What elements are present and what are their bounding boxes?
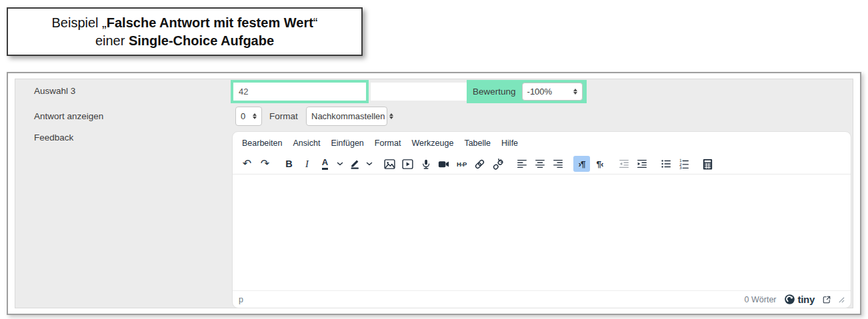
form-window: Auswahl 3 Bewertung -100% Antwort anzeig… <box>7 72 861 315</box>
answer-secondary-input[interactable] <box>371 83 467 101</box>
highlight-pen-icon <box>349 158 361 170</box>
math-group <box>699 156 716 172</box>
bullet-list-button[interactable] <box>657 156 674 172</box>
italic-button[interactable]: I <box>299 156 315 172</box>
indent-button[interactable] <box>633 156 650 172</box>
redo-button[interactable]: ↷ <box>257 156 273 172</box>
insert-link-button[interactable] <box>471 156 488 172</box>
list-group: 1 2 3 <box>657 156 692 172</box>
caption-line-1: Beispiel „Falsche Antwort mit festem Wer… <box>8 14 361 32</box>
editor-menubar: Bearbeiten Ansicht Einfügen Format Werkz… <box>233 132 851 154</box>
select-arrows-icon <box>253 113 257 119</box>
italic-icon: I <box>305 159 309 169</box>
bold-button[interactable]: B <box>281 156 297 172</box>
format-label: Format <box>269 111 298 121</box>
undo-icon: ↶ <box>243 159 251 169</box>
editor-toolbar: ↶ ↷ B I A <box>233 154 851 174</box>
answer-input[interactable] <box>233 83 366 101</box>
form-panel: Auswahl 3 Bewertung -100% Antwort anzeig… <box>15 79 853 308</box>
menu-werkzeuge[interactable]: Werkzeuge <box>406 136 459 151</box>
decimals-select-value: 0 <box>241 111 245 121</box>
word-count[interactable]: 0 Wörter <box>745 295 777 304</box>
decimals-select[interactable]: 0 <box>235 107 262 126</box>
text-color-icon: A <box>322 158 328 170</box>
numbered-list-button[interactable]: 1 2 3 <box>675 156 692 172</box>
chevron-down-icon <box>337 162 343 166</box>
ltr-icon: ›¶ <box>578 159 585 169</box>
insert-media-button[interactable] <box>399 156 416 172</box>
record-video-button[interactable] <box>435 156 452 172</box>
align-center-button[interactable] <box>531 156 548 172</box>
fullscreen-expand-icon[interactable] <box>822 295 831 304</box>
record-audio-button[interactable] <box>417 156 434 172</box>
alignment-group <box>513 156 566 172</box>
grade-highlight: Bewertung -100% <box>467 80 587 103</box>
menu-format[interactable]: Format <box>369 136 407 151</box>
calculator-button[interactable] <box>699 156 716 172</box>
calculator-icon <box>701 158 714 170</box>
media-play-icon <box>401 158 414 170</box>
text-color-button[interactable]: A <box>317 156 333 172</box>
feedback-rich-text-editor: Bearbeiten Ansicht Einfügen Format Werkz… <box>232 131 851 308</box>
font-style-group: B I A <box>281 156 374 172</box>
history-group: ↶ ↷ <box>239 156 273 172</box>
format-select-value: Nachkommastellen <box>311 111 385 121</box>
align-right-button[interactable] <box>549 156 566 172</box>
align-center-icon <box>534 158 546 170</box>
editor-content-area[interactable] <box>233 174 851 290</box>
display-row-label: Antwort anzeigen <box>34 111 103 121</box>
caption-line-2: einer Single-Choice Aufgabe <box>8 32 361 50</box>
background-color-button[interactable] <box>346 156 363 172</box>
microphone-icon <box>420 158 432 170</box>
align-left-button[interactable] <box>513 156 530 172</box>
grade-label: Bewertung <box>473 87 516 97</box>
answer-input-highlight <box>231 80 369 103</box>
menu-tabelle[interactable]: Tabelle <box>459 136 496 151</box>
select-arrows-icon <box>573 89 577 95</box>
video-camera-icon <box>437 158 450 170</box>
editor-statusbar: p 0 Wörter tiny <box>233 290 851 308</box>
statusbar-right: 0 Wörter tiny <box>745 294 845 305</box>
feedback-row-label: Feedback <box>34 133 73 143</box>
rtl-button[interactable]: ¶‹ <box>591 156 608 172</box>
caption-box: Beispiel „Falsche Antwort mit festem Wer… <box>7 7 363 56</box>
h5p-button[interactable]: H-P <box>453 156 470 172</box>
indent-icon <box>636 158 648 170</box>
direction-group: ›¶ ¶‹ <box>573 156 608 172</box>
tiny-branding-link[interactable]: tiny <box>784 294 815 305</box>
element-path[interactable]: p <box>239 295 243 304</box>
outdent-icon <box>618 158 630 170</box>
answer-row-label: Auswahl 3 <box>34 86 75 96</box>
h5p-icon: H-P <box>457 160 467 168</box>
numbered-list-icon: 1 2 3 <box>678 158 690 170</box>
background-color-menu-button[interactable] <box>364 156 374 172</box>
chevron-down-icon <box>366 162 373 166</box>
text-color-menu-button[interactable] <box>335 156 345 172</box>
remove-link-button[interactable] <box>489 156 506 172</box>
format-select[interactable]: Nachkommastellen <box>306 107 387 126</box>
menu-hilfe[interactable]: Hilfe <box>496 136 523 151</box>
ltr-button[interactable]: ›¶ <box>573 156 590 172</box>
rtl-icon: ¶‹ <box>596 159 603 169</box>
menu-einfuegen[interactable]: Einfügen <box>325 136 369 151</box>
unlink-icon <box>491 158 504 170</box>
undo-button[interactable]: ↶ <box>239 156 255 172</box>
redo-icon: ↷ <box>261 159 269 169</box>
tiny-logo-icon <box>784 294 795 305</box>
indent-group <box>615 156 650 172</box>
svg-text:3: 3 <box>679 166 681 170</box>
resize-handle-icon[interactable] <box>837 296 845 303</box>
menu-bearbeiten[interactable]: Bearbeiten <box>237 136 287 151</box>
outdent-button[interactable] <box>615 156 632 172</box>
tiny-brand-label: tiny <box>798 294 815 305</box>
menu-ansicht[interactable]: Ansicht <box>287 136 325 151</box>
align-left-icon <box>516 158 528 170</box>
page: Beispiel „Falsche Antwort mit festem Wer… <box>0 0 868 319</box>
bullet-list-icon <box>660 158 672 170</box>
grade-select[interactable]: -100% <box>522 83 583 101</box>
insert-image-button[interactable] <box>381 156 398 172</box>
grade-select-value: -100% <box>527 87 553 97</box>
link-icon <box>473 158 486 170</box>
bold-icon: B <box>285 159 292 169</box>
image-icon <box>383 158 396 170</box>
